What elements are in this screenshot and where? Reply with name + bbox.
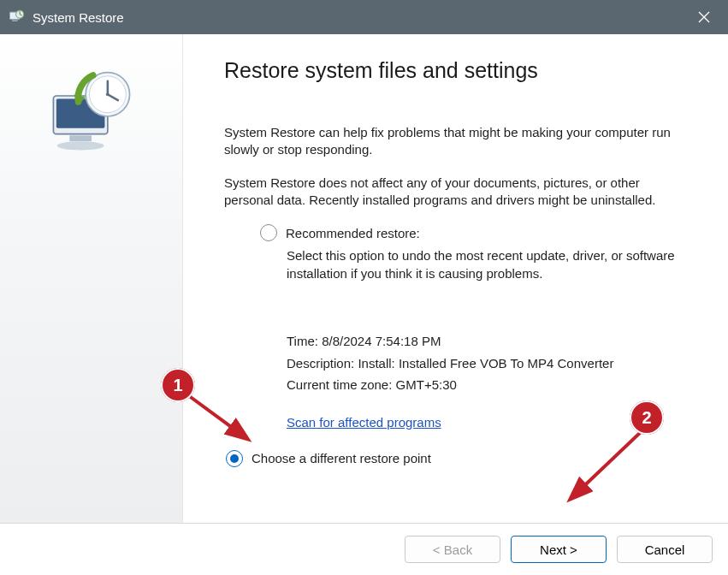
- next-button[interactable]: Next >: [511, 536, 607, 563]
- annotation-arrow-2: [559, 426, 654, 508]
- annotation-arrow-1: [183, 390, 260, 450]
- svg-rect-5: [69, 135, 92, 141]
- title-bar: System Restore: [0, 0, 728, 34]
- annotation-badge-1: 1: [161, 368, 195, 402]
- window-title: System Restore: [33, 10, 124, 25]
- recommended-radio-row[interactable]: Recommended restore:: [260, 224, 687, 241]
- restore-details: Time: 8/8/2024 7:54:18 PM Description: I…: [287, 330, 687, 396]
- close-icon: [698, 11, 710, 23]
- cancel-button[interactable]: Cancel: [617, 536, 713, 563]
- annotation-badge-2: 2: [630, 400, 664, 435]
- recommended-desc: Select this option to undo the most rece…: [287, 246, 687, 282]
- svg-line-10: [188, 395, 246, 438]
- recommended-radio-label: Recommended restore:: [286, 226, 420, 240]
- svg-line-11: [571, 431, 642, 498]
- restore-illustration-icon: [40, 65, 143, 168]
- detail-time: Time: 8/8/2024 7:54:18 PM: [287, 330, 687, 353]
- choose-different-radio[interactable]: [226, 450, 243, 467]
- wizard-footer: < Back Next > Cancel: [0, 524, 728, 575]
- close-button[interactable]: [680, 0, 728, 34]
- recommended-radio[interactable]: [260, 224, 277, 241]
- detail-timezone: Current time zone: GMT+5:30: [287, 374, 687, 396]
- recommended-option-block: Recommended restore: Select this option …: [224, 224, 687, 430]
- system-restore-icon: [7, 8, 26, 27]
- page-heading: Restore system files and settings: [224, 58, 687, 83]
- intro-text-1: System Restore can help fix problems tha…: [224, 124, 687, 159]
- scan-affected-link[interactable]: Scan for affected programs: [287, 415, 441, 430]
- svg-point-9: [105, 92, 109, 96]
- back-button[interactable]: < Back: [405, 536, 500, 563]
- choose-different-label: Choose a different restore point: [252, 451, 431, 465]
- detail-description: Description: Install: Installed Free VOB…: [287, 353, 687, 375]
- side-panel: [0, 34, 183, 523]
- svg-rect-1: [12, 20, 18, 21]
- intro-text-2: System Restore does not affect any of yo…: [224, 175, 687, 210]
- svg-point-6: [56, 141, 104, 150]
